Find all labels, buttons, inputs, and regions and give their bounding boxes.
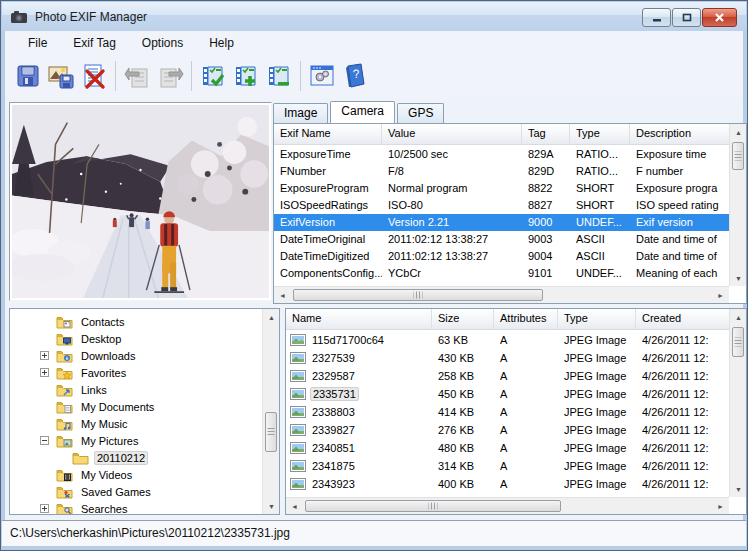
file-row[interactable]: 2340851480 KBAJPEG Image4/26/2011 12: bbox=[286, 439, 729, 457]
tree-item-my-documents[interactable]: My Documents bbox=[10, 398, 261, 415]
tab-gps[interactable]: GPS bbox=[397, 103, 444, 123]
expand-plus-icon[interactable] bbox=[40, 368, 49, 377]
tree-item-label: Searches bbox=[78, 503, 130, 515]
menu-exif-tag[interactable]: Exif Tag bbox=[64, 33, 124, 53]
next-image-button[interactable] bbox=[155, 60, 185, 92]
image-file-icon bbox=[290, 334, 306, 346]
status-bar: C:\Users\cherkashin\Pictures\20110212\23… bbox=[2, 520, 746, 546]
searches-folder-icon bbox=[56, 502, 73, 516]
tree-item-label: Links bbox=[78, 384, 110, 396]
exif-row[interactable]: DateTimeOriginal2011:02:12 13:38:279003A… bbox=[274, 231, 729, 248]
games-folder-icon bbox=[56, 485, 73, 499]
tree-item-my-pictures[interactable]: My Pictures bbox=[10, 432, 261, 449]
header-name[interactable]: Name bbox=[286, 309, 432, 329]
scroll-right-icon[interactable]: ► bbox=[712, 498, 729, 514]
exif-row[interactable]: ExposureTime10/2500 sec829ARATIO...Expos… bbox=[274, 146, 729, 163]
scroll-right-icon[interactable]: ► bbox=[712, 287, 729, 303]
tree-item-saved-games[interactable]: Saved Games bbox=[10, 483, 261, 500]
scroll-down-icon[interactable]: ▼ bbox=[263, 498, 280, 514]
exif-row-selected[interactable]: ExifVersionVersion 2.219000UNDEF...Exif … bbox=[274, 214, 729, 231]
downloads-folder-icon bbox=[56, 349, 73, 363]
scroll-left-icon[interactable]: ◄ bbox=[286, 498, 303, 514]
previous-image-button[interactable] bbox=[122, 60, 152, 92]
scroll-down-icon[interactable]: ▼ bbox=[730, 481, 747, 497]
file-row[interactable]: 2343923400 KBAJPEG Image4/26/2011 12: bbox=[286, 475, 729, 493]
tag-add-icon bbox=[233, 63, 260, 90]
tree-item-contacts[interactable]: Contacts bbox=[10, 313, 261, 330]
title-bar[interactable]: Photo EXIF Manager bbox=[2, 2, 746, 31]
file-row-selected[interactable]: 2335731450 KBAJPEG Image4/26/2011 12: bbox=[286, 385, 729, 403]
tab-camera[interactable]: Camera bbox=[330, 101, 395, 123]
file-list: Name Size Attributes Type Created 115d71… bbox=[285, 308, 747, 515]
file-row[interactable]: 2341875314 KBAJPEG Image4/26/2011 12: bbox=[286, 457, 729, 475]
delete-tags-button[interactable] bbox=[79, 60, 109, 92]
files-vertical-scrollbar[interactable]: ▲ ▼ bbox=[729, 309, 746, 497]
tree-item-label: Downloads bbox=[78, 350, 138, 362]
maximize-button[interactable] bbox=[672, 8, 701, 27]
exif-vertical-scrollbar[interactable]: ▲ ▼ bbox=[729, 124, 746, 286]
tree-vertical-scrollbar[interactable]: ▲ ▼ bbox=[262, 309, 279, 514]
menu-file[interactable]: File bbox=[19, 33, 56, 53]
scroll-left-icon[interactable]: ◄ bbox=[274, 287, 291, 303]
scroll-up-icon[interactable]: ▲ bbox=[263, 309, 280, 325]
tree-item-label: My Videos bbox=[78, 469, 135, 481]
menu-options[interactable]: Options bbox=[133, 33, 192, 53]
image-file-icon bbox=[290, 442, 306, 454]
header-attributes[interactable]: Attributes bbox=[494, 309, 558, 329]
help-button[interactable]: ? bbox=[340, 60, 370, 92]
header-exif-name[interactable]: Exif Name bbox=[274, 124, 382, 144]
photo-preview bbox=[9, 102, 272, 301]
save-image-icon bbox=[48, 63, 75, 89]
validate-tags-button[interactable] bbox=[198, 60, 228, 92]
next-image-icon bbox=[157, 63, 184, 89]
pictures-folder-icon bbox=[56, 434, 73, 448]
exif-horizontal-scrollbar[interactable]: ◄ ► bbox=[274, 286, 729, 303]
toolbar-separator bbox=[115, 61, 116, 91]
save-image-button[interactable] bbox=[46, 60, 76, 92]
tree-item-label: 20110212 bbox=[94, 451, 148, 465]
header-value[interactable]: Value bbox=[382, 124, 522, 144]
add-tag-button[interactable] bbox=[231, 60, 261, 92]
file-row[interactable]: 2329587258 KBAJPEG Image4/26/2011 12: bbox=[286, 367, 729, 385]
tree-item-downloads[interactable]: Downloads bbox=[10, 347, 261, 364]
tree-item-desktop[interactable]: Desktop bbox=[10, 330, 261, 347]
collapse-minus-icon[interactable] bbox=[40, 436, 49, 445]
tree-item-links[interactable]: Links bbox=[10, 381, 261, 398]
files-horizontal-scrollbar[interactable]: ◄ ► bbox=[286, 497, 729, 514]
header-type[interactable]: Type bbox=[558, 309, 636, 329]
header-tag[interactable]: Tag bbox=[522, 124, 570, 144]
file-row[interactable]: 115d71700c6463 KBAJPEG Image4/26/2011 12… bbox=[286, 331, 729, 349]
scroll-up-icon[interactable]: ▲ bbox=[730, 309, 747, 325]
tree-item-label: My Pictures bbox=[78, 435, 141, 447]
image-file-icon bbox=[290, 370, 306, 382]
expand-plus-icon[interactable] bbox=[40, 351, 49, 360]
exif-row[interactable]: FNumberF/8829DRATIO...F number bbox=[274, 163, 729, 180]
expand-plus-icon[interactable] bbox=[40, 504, 49, 513]
exif-row[interactable]: DateTimeDigitized2011:02:12 13:38:279004… bbox=[274, 248, 729, 265]
save-button[interactable] bbox=[13, 60, 43, 92]
file-row[interactable]: 2327539430 KBAJPEG Image4/26/2011 12: bbox=[286, 349, 729, 367]
tree-item-my-music[interactable]: My Music bbox=[10, 415, 261, 432]
scroll-up-icon[interactable]: ▲ bbox=[730, 124, 747, 140]
close-button[interactable] bbox=[702, 8, 737, 27]
exif-row[interactable]: ExposureProgramNormal program8822SHORTEx… bbox=[274, 180, 729, 197]
scroll-down-icon[interactable]: ▼ bbox=[730, 270, 747, 286]
options-button[interactable] bbox=[307, 60, 337, 92]
tree-item-20110212[interactable]: 20110212 bbox=[10, 449, 261, 466]
header-type[interactable]: Type bbox=[570, 124, 630, 144]
tab-image[interactable]: Image bbox=[273, 103, 328, 123]
tree-item-favorites[interactable]: Favorites bbox=[10, 364, 261, 381]
options-icon bbox=[309, 63, 335, 89]
exif-row[interactable]: ComponentsConfig...YCbCr9101UNDEF...Mean… bbox=[274, 265, 729, 282]
remove-tag-button[interactable] bbox=[264, 60, 294, 92]
file-row[interactable]: 2338803414 KBAJPEG Image4/26/2011 12: bbox=[286, 403, 729, 421]
image-file-icon bbox=[290, 460, 306, 472]
file-row[interactable]: 2339827276 KBAJPEG Image4/26/2011 12: bbox=[286, 421, 729, 439]
exif-table-header: Exif Name Value Tag Type Description bbox=[274, 124, 746, 145]
minimize-button[interactable] bbox=[642, 8, 671, 27]
menu-help[interactable]: Help bbox=[200, 33, 243, 53]
tree-item-my-videos[interactable]: My Videos bbox=[10, 466, 261, 483]
exif-row[interactable]: ISOSpeedRatingsISO-808827SHORTISO speed … bbox=[274, 197, 729, 214]
header-size[interactable]: Size bbox=[432, 309, 494, 329]
tree-item-searches[interactable]: Searches bbox=[10, 500, 261, 515]
